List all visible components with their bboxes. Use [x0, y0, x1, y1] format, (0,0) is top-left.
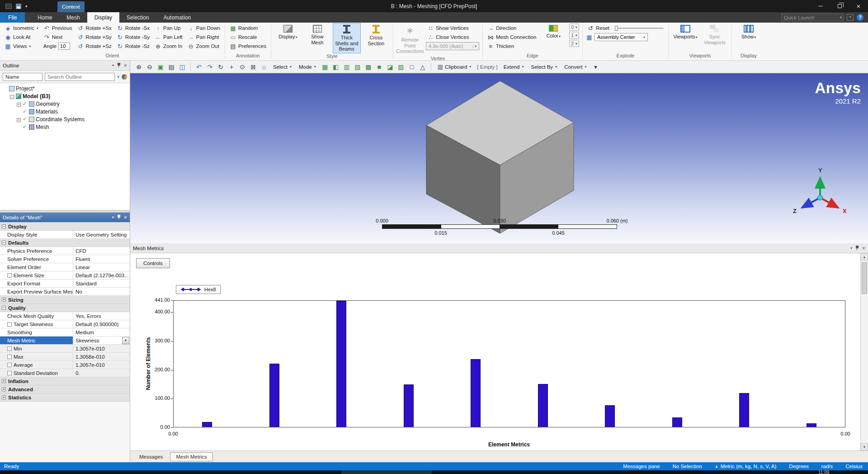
- controls-button[interactable]: Controls: [136, 258, 170, 268]
- previous-view-icon[interactable]: ↶: [194, 62, 204, 72]
- ribbon-button-rotate-sx[interactable]: ↻Rotate -Sx: [115, 24, 151, 33]
- ribbon-button-pan-left[interactable]: ←Pan Left: [153, 33, 184, 42]
- details-section-statistics[interactable]: +Statistics: [0, 393, 130, 402]
- pin-icon[interactable]: [117, 63, 121, 68]
- expand-icon[interactable]: +: [16, 116, 21, 123]
- collapse-icon[interactable]: −: [9, 93, 14, 100]
- close-icon[interactable]: ×: [862, 246, 865, 251]
- zoom-in-tool-icon[interactable]: ⊕: [134, 62, 144, 72]
- tree-item-materials[interactable]: ✓Materials: [0, 108, 130, 115]
- ribbon-button-rotate-sy[interactable]: ↺Rotate +Sy: [75, 33, 113, 42]
- restore-button[interactable]: [830, 0, 849, 12]
- details-row-physics-preference[interactable]: Physics PreferenceCFD: [0, 247, 130, 255]
- ribbon-button-thicken[interactable]: ≡Thicken: [486, 42, 538, 51]
- details-row-average[interactable]: Average1.3057e-010: [0, 361, 130, 369]
- ribbon-button-viewports[interactable]: Viewports▾: [672, 24, 699, 50]
- details-row-check-mesh-quality[interactable]: Check Mesh QualityYes, Errors: [0, 312, 130, 320]
- print-preview-icon[interactable]: ▤: [166, 62, 176, 72]
- edge-option-0-spinner[interactable]: 0▾: [569, 24, 579, 31]
- status-rad-s[interactable]: rad/s: [821, 464, 833, 469]
- ribbon-button-views[interactable]: ▦Views▾: [3, 42, 40, 51]
- flood-select-icon[interactable]: ▨: [396, 62, 406, 72]
- details-row-standard-deviation[interactable]: Standard Deviation0.: [0, 369, 130, 377]
- extend-selection-icon[interactable]: ◪: [385, 62, 395, 72]
- ribbon-button-rotate-sy[interactable]: ↻Rotate -Sy: [115, 33, 151, 42]
- details-section-inflation[interactable]: +Inflation: [0, 377, 130, 385]
- collapse-icon[interactable]: −: [2, 306, 6, 310]
- ribbon-button-direction[interactable]: →Direction: [486, 24, 538, 33]
- scrollbar-thumb[interactable]: [862, 262, 867, 294]
- details-row-element-order[interactable]: Element OrderLinear: [0, 263, 130, 271]
- details-row-display-style[interactable]: Display StyleUse Geometry Setting: [0, 231, 130, 239]
- details-section-display[interactable]: −Display: [0, 223, 130, 231]
- tab-mesh[interactable]: Mesh: [59, 12, 87, 23]
- ribbon-button-cross-section[interactable]: Cross Section: [363, 24, 390, 50]
- assembly-center-combobox[interactable]: Assembly Center▾: [594, 33, 648, 41]
- ribbon-button-show-vertices[interactable]: ∷Show Vertices: [426, 24, 479, 33]
- details-row-smoothing[interactable]: SmoothingMedium: [0, 328, 130, 337]
- pin-icon[interactable]: [117, 215, 121, 220]
- details-row-target-skewness[interactable]: Target SkewnessDefault (0.900000): [0, 320, 130, 328]
- select-vertices-icon[interactable]: ▦: [320, 62, 330, 72]
- filter-type-dropdown[interactable]: Name: [3, 73, 42, 81]
- ribbon-button-rotate-sx[interactable]: ↺Rotate +Sx: [75, 24, 113, 33]
- ribbon-button-previous[interactable]: ↶Previous: [42, 24, 74, 33]
- close-icon[interactable]: ×: [124, 215, 127, 220]
- tab-mesh-metrics[interactable]: Mesh Metrics: [170, 452, 212, 461]
- rotate-view-icon[interactable]: ↻: [216, 62, 226, 72]
- extend-menu-button[interactable]: Extend▾: [500, 63, 527, 71]
- ribbon-button-random[interactable]: ▩Random: [228, 24, 268, 33]
- expand-icon[interactable]: +: [2, 298, 6, 302]
- expand-icon[interactable]: +: [2, 395, 6, 399]
- tree-item-geometry[interactable]: +✓Geometry: [0, 100, 130, 108]
- box-zoom-icon[interactable]: ⊠: [248, 62, 258, 72]
- toolbar-overflow-icon[interactable]: ▾: [590, 62, 600, 72]
- details-row-min[interactable]: Min1.3057e-010: [0, 345, 130, 353]
- collapse-icon[interactable]: −: [2, 224, 6, 228]
- ribbon-button-thick-shells-and-beams[interactable]: Thick Shells and Beams: [333, 24, 360, 53]
- next-view-icon[interactable]: ↷: [205, 62, 215, 72]
- triad-z-axis[interactable]: [802, 198, 820, 208]
- details-row-export-format[interactable]: Export FormatStandard: [0, 280, 130, 288]
- ribbon-button-rotate-sz[interactable]: ↻Rotate -Sz: [115, 42, 151, 51]
- ribbon-button-close-vertices[interactable]: ∴Close Vertices: [426, 33, 479, 42]
- details-section-quality[interactable]: −Quality: [0, 304, 130, 312]
- tree-item-model-b3[interactable]: −Model (B3): [0, 92, 130, 100]
- minimize-button[interactable]: [811, 0, 830, 12]
- metrics-menu-caret-icon[interactable]: ▾: [850, 246, 852, 250]
- status-metric-m-kg-n-s-v-a[interactable]: ▲Metric (m, kg, N, s, V, A): [715, 464, 776, 469]
- search-outline-input[interactable]: [45, 73, 115, 81]
- ribbon-button-show[interactable]: Show▾: [735, 24, 762, 50]
- details-row-mesh-metric[interactable]: Mesh MetricSkewness▾: [0, 337, 130, 345]
- ribbon-button-pan-down[interactable]: ↓Pan Down: [186, 24, 222, 33]
- ribbon-button-zoom-out[interactable]: ⊖Zoom Out: [186, 42, 222, 51]
- checkbox-icon[interactable]: [7, 273, 12, 278]
- collapse-ribbon-icon[interactable]: ^: [847, 14, 854, 21]
- ribbon-button-preferences[interactable]: ▤Preferences: [228, 42, 268, 51]
- checkbox-icon[interactable]: [7, 355, 12, 359]
- quick-access-caret-icon[interactable]: ▾: [25, 4, 28, 9]
- clipboard-menu-button[interactable]: ▥Clipboard▾: [434, 62, 475, 71]
- select-nodes-icon[interactable]: ■: [374, 62, 384, 72]
- deselect-icon[interactable]: □: [407, 62, 417, 72]
- ribbon-button-display[interactable]: Display▾: [274, 24, 302, 50]
- metrics-scrollbar[interactable]: ▲ ▼: [860, 253, 868, 450]
- quick-launch-box[interactable]: ▾: [781, 14, 844, 21]
- select-bodies-icon[interactable]: ▧: [353, 62, 363, 72]
- zoom-out-tool-icon[interactable]: ⊖: [145, 62, 155, 72]
- context-tab[interactable]: Context: [57, 1, 85, 12]
- ribbon-button-mesh-connection[interactable]: ⋈Mesh Connection: [486, 33, 538, 42]
- expand-icon[interactable]: +: [2, 379, 6, 383]
- graphics-viewport[interactable]: Ansys 2021 R2 Y X Z 0.0000.0300.060 (m) …: [130, 73, 868, 243]
- select-mode-button[interactable]: Mode▾: [296, 63, 319, 71]
- pin-icon[interactable]: [855, 246, 859, 251]
- quick-launch-caret-icon[interactable]: ▾: [840, 15, 842, 19]
- select-menu-button[interactable]: Select▾: [270, 63, 295, 71]
- checkbox-icon[interactable]: [7, 322, 12, 327]
- mesh-display-icon[interactable]: △: [418, 62, 428, 72]
- tree-item-project[interactable]: Project*: [0, 85, 130, 92]
- ribbon-button-rotate-sz[interactable]: ↺Rotate +Sz: [75, 42, 113, 51]
- scroll-down-icon[interactable]: ▼: [861, 443, 868, 450]
- save-icon[interactable]: [16, 4, 21, 9]
- ribbon-button-pan-right[interactable]: →Pan Right: [186, 33, 222, 42]
